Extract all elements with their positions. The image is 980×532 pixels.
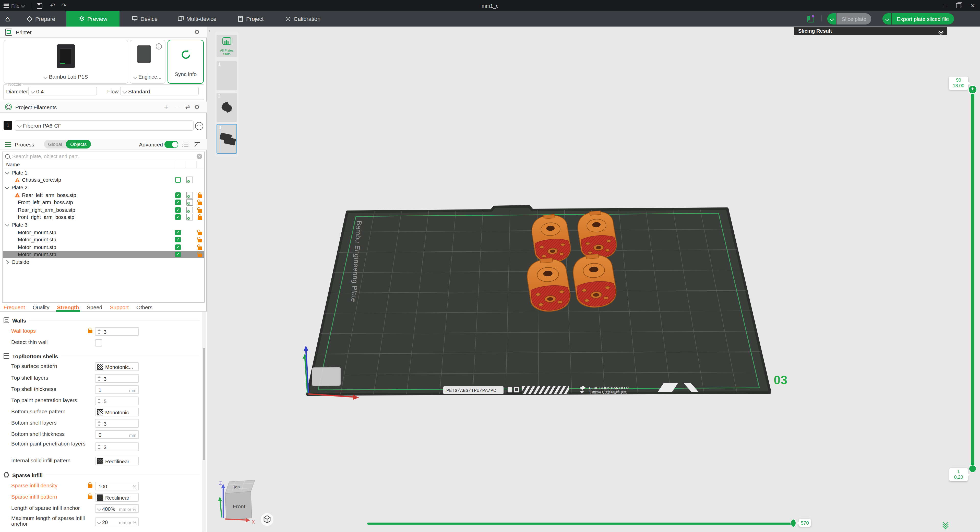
flow-select[interactable]: Standard [120,87,199,95]
all-plates-stats-button[interactable]: All Plates Stats [216,35,237,57]
chevron-right-icon[interactable] [5,260,9,264]
export-plate-button[interactable]: Export plate sliced file [892,13,954,24]
tab-prepare[interactable]: Prepare [21,11,60,27]
printer-settings-gear-icon[interactable]: ⚙ [194,28,200,35]
plate-thumbnail-1[interactable]: 1 [216,61,237,91]
add-filament-button[interactable]: + [164,103,168,111]
checkbox-checked[interactable]: ✓ [175,214,181,220]
plate-checkbox[interactable] [175,177,181,183]
tab-device[interactable]: Device [127,11,163,27]
layer-slider-top-handle[interactable]: + [968,85,977,94]
lock-icon[interactable] [197,239,202,242]
plate-type-select[interactable]: Enginee... [130,74,165,79]
tree-row-outside[interactable]: Outside [3,258,204,265]
tree-row-object-selected[interactable]: Motor_mount.stp ✓ [3,251,204,258]
top-paint-penetration-input[interactable]: 5 [95,397,139,405]
tree-row-object[interactable]: Motor_mount.stp ✓ [3,236,204,243]
slice-plate-button[interactable]: Slice plate [837,13,872,24]
tree-row-plate3[interactable]: Plate 3 [3,221,204,229]
spinner-arrows[interactable] [97,329,100,335]
fit-view-button[interactable] [261,513,274,526]
bottom-surface-pattern-select[interactable]: Monotonic [95,408,139,416]
tab-calibration[interactable]: Calibration [280,11,326,27]
lock-icon[interactable] [88,484,92,488]
param-tab-frequent[interactable]: Frequent [3,303,25,311]
tab-home[interactable]: ⌂ [0,11,15,27]
viewport-3d[interactable]: Bambu Engineering Plate PETG/ABS/TPU/PA/… [207,27,980,532]
printer-card[interactable]: Bambu Lab P1S [3,40,128,84]
nav-cube[interactable]: Top Front Z X [218,480,274,526]
infill-anchor-max-select[interactable]: 20mm or % [95,518,139,526]
sidebar-collapse-arrow[interactable]: ‹ [209,28,212,32]
lock-icon[interactable] [197,202,202,205]
param-tab-others[interactable]: Others [136,303,153,311]
top-shell-layers-input[interactable]: 3 [95,374,139,383]
nozzle-diameter-select[interactable]: 0.4 [28,87,97,95]
filament-more-button[interactable]: ··· [195,122,203,130]
printable-icon[interactable] [186,199,193,206]
printable-icon[interactable] [186,214,193,221]
sparse-infill-pattern-select[interactable]: Rectilinear [95,493,139,502]
tree-row-object[interactable]: Motor_mount.stp ✓ [3,229,204,236]
close-button[interactable]: ✕ [966,0,980,11]
chevron-down-icon[interactable] [5,185,9,189]
filament-settings-gear-icon[interactable]: ⚙ [194,103,200,111]
bottom-shell-thickness-input[interactable]: 0mm [95,430,139,439]
printer-select[interactable]: Bambu Lab P1S [4,73,128,79]
top-surface-pattern-select[interactable]: Monotonic... [95,362,139,371]
printable-icon[interactable] [186,206,193,213]
infill-anchor-select[interactable]: 400%mm or % [95,504,139,513]
tree-row-object[interactable]: Rear_right_arm_boss.stp ✓ [3,206,204,214]
collapse-double-chevron-icon[interactable] [939,29,943,33]
tree-row-object[interactable]: Motor_mount.stp ✓ [3,243,204,251]
lock-icon[interactable] [88,330,92,333]
build-plate-card[interactable]: i Enginee... [130,40,165,84]
slicing-result-bar[interactable]: Slicing Result [794,27,947,35]
bottom-shell-layers-input[interactable]: 3 [95,419,139,428]
remove-filament-button[interactable]: − [174,103,178,111]
param-tab-quality[interactable]: Quality [33,303,49,311]
checkbox-checked[interactable]: ✓ [175,229,181,235]
plate-thumbnail-2[interactable]: 2 [216,93,237,122]
checkbox-checked[interactable]: ✓ [175,252,181,257]
sync-info-button[interactable]: Sync info [167,40,204,84]
export-dropdown-button[interactable] [883,13,891,24]
internal-solid-infill-select[interactable]: Rectilinear [95,457,139,465]
tree-row-object[interactable]: front_right_arm_boss.stp ✓ [3,214,204,221]
info-icon[interactable]: i [156,43,162,49]
lock-icon[interactable] [197,246,202,250]
checkbox-checked[interactable]: ✓ [175,207,181,213]
param-tab-support[interactable]: Support [110,303,129,311]
checkbox-checked[interactable]: ✓ [175,245,181,250]
lock-icon[interactable] [197,217,202,220]
param-table-icon[interactable] [194,141,200,147]
sparse-infill-density-input[interactable]: 100% [95,482,139,491]
checkbox-checked[interactable]: ✓ [175,200,181,205]
bottom-paint-penetration-input[interactable]: 3 [95,442,139,451]
lock-icon[interactable] [197,209,202,213]
lock-icon[interactable] [197,194,202,198]
tab-preview[interactable]: Preview [67,11,119,27]
filament-select[interactable]: Fiberon PA6-CF [15,121,194,131]
checkbox-checked[interactable]: ✓ [175,237,181,242]
search-bar[interactable]: Search plate, object and part. ✕ [3,152,204,161]
minimize-button[interactable]: – [937,0,951,11]
chevron-down-icon[interactable] [5,170,9,174]
chevron-down-icon[interactable] [5,222,9,226]
scope-global[interactable]: Global [44,140,66,149]
lock-icon[interactable] [197,254,202,257]
checkbox-checked[interactable]: ✓ [175,192,181,198]
maximize-button[interactable] [951,0,966,11]
param-tab-strength[interactable]: Strength [57,303,79,311]
move-slider-handle[interactable] [791,519,796,527]
scope-objects[interactable]: Objects [66,140,91,149]
process-layout-button[interactable] [807,13,814,24]
lock-icon[interactable] [197,232,202,235]
layers-view-toggle[interactable] [942,519,949,526]
tree-row-object[interactable]: ! Rear_left_arm_boss.stp ✓ [3,191,204,199]
lock-icon[interactable] [88,495,92,499]
layer-slider-track[interactable] [971,94,974,466]
wall-loops-input[interactable]: 3 [95,327,139,336]
move-slider-track[interactable] [367,522,793,524]
swap-filament-icon[interactable]: ⇄ [185,103,190,110]
